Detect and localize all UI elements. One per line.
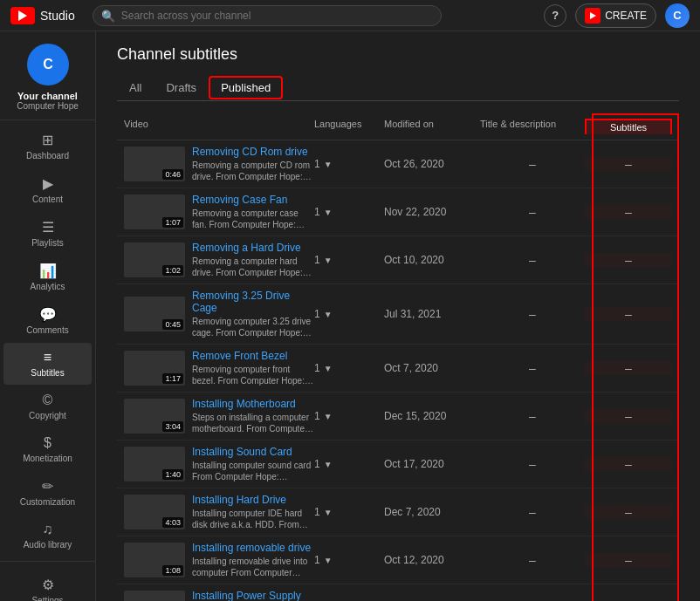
video-title[interactable]: Remove Front Bezel: [192, 350, 314, 362]
video-title[interactable]: Installing Sound Card: [192, 446, 314, 458]
subtitles-cell: –: [585, 457, 672, 471]
lang-chevron-icon: ▼: [324, 310, 333, 319]
title-desc-cell: –: [480, 409, 585, 423]
thumbnail: 4:03: [124, 495, 185, 529]
col-header-languages: Languages: [314, 119, 384, 134]
video-info: Remove Front Bezel Removing computer fro…: [192, 350, 314, 386]
help-button[interactable]: ?: [544, 4, 566, 27]
video-info: Removing 3.25 Drive Cage Removing comput…: [192, 290, 314, 338]
video-title[interactable]: Installing Hard Drive: [192, 494, 314, 506]
customization-icon: ✏: [42, 478, 53, 495]
create-button[interactable]: CREATE: [575, 3, 656, 28]
lang-count: 1: [314, 158, 320, 170]
avatar[interactable]: C: [665, 3, 690, 28]
studio-label: Studio: [40, 9, 75, 23]
sidebar-item-subtitles[interactable]: ≡ Subtitles: [3, 343, 92, 385]
video-title[interactable]: Installing Power Supply: [192, 590, 314, 601]
lang-count: 1: [314, 206, 320, 218]
thumb-duration: 4:03: [162, 517, 183, 528]
subtitles-cell: –: [585, 505, 672, 519]
content-icon: ▶: [43, 175, 53, 192]
search-input[interactable]: [93, 5, 442, 26]
sidebar-item-label: Copyright: [29, 411, 66, 420]
table-row: 4:03 Installing Hard Drive Installing co…: [117, 488, 679, 536]
comments-icon: 💬: [39, 306, 57, 323]
sidebar-item-copyright[interactable]: © Copyright: [3, 386, 92, 427]
layout: C Your channel Computer Hope ⊞ Dashboard…: [0, 31, 700, 601]
sidebar-item-label: Analytics: [30, 282, 65, 291]
lang-count: 1: [314, 506, 320, 518]
video-cell: 0:45 Removing 3.25 Drive Cage Removing c…: [124, 290, 314, 338]
video-desc: Removing computer front bezel. From Comp…: [192, 364, 314, 386]
lang-chevron-icon: ▼: [324, 460, 333, 469]
sidebar-item-audio-library[interactable]: ♫ Audio library: [3, 515, 92, 557]
playlists-icon: ☰: [42, 219, 54, 236]
tab-drafts[interactable]: Drafts: [154, 76, 209, 101]
thumb-duration: 0:45: [162, 319, 183, 330]
page-title: Channel subtitles: [117, 45, 679, 64]
video-title[interactable]: Removing a Hard Drive: [192, 242, 314, 254]
search-bar: 🔍: [93, 5, 442, 26]
thumbnail: 1:08: [124, 543, 185, 577]
sidebar-item-label: Playlists: [31, 238, 64, 248]
video-desc: Removing computer 3.25 drive cage. From …: [192, 316, 314, 338]
thumbnail: 1:07: [124, 195, 185, 229]
analytics-icon: 📊: [39, 263, 57, 279]
thumbnail: 1:40: [124, 447, 185, 481]
thumbnail: 1:02: [124, 242, 185, 277]
sidebar-item-customization[interactable]: ✏ Customization: [3, 471, 92, 514]
svg-text:C: C: [43, 57, 53, 72]
table-row: 1:31 Installing Power Supply Installing …: [117, 584, 679, 601]
video-title[interactable]: Removing 3.25 Drive Cage: [192, 290, 314, 314]
table-row: 1:40 Installing Sound Card Installing co…: [117, 441, 679, 488]
table-wrapper: Video Languages Modified on Title & desc…: [117, 113, 679, 601]
sidebar-item-label: Settings: [31, 596, 63, 601]
sidebar-item-dashboard[interactable]: ⊞ Dashboard: [3, 125, 92, 167]
date-cell: Oct 12, 2020: [384, 554, 480, 566]
table-row: 1:02 Removing a Hard Drive Removing a co…: [117, 236, 679, 284]
video-desc: Removing a computer case fan. From Compu…: [192, 208, 314, 230]
video-title[interactable]: Installing removable drive: [192, 542, 314, 554]
title-desc-cell: –: [480, 253, 585, 267]
sidebar-item-content[interactable]: ▶ Content: [3, 168, 92, 211]
table-rows: 0:46 Removing CD Rom drive Removing a co…: [117, 140, 679, 601]
video-info: Installing Hard Drive Installing compute…: [192, 494, 314, 530]
lang-cell: 1 ▼: [314, 362, 384, 374]
thumb-duration: 1:08: [162, 565, 183, 576]
lang-cell: 1 ▼: [314, 410, 384, 422]
sidebar-item-label: Comments: [26, 325, 68, 335]
audio-library-icon: ♫: [43, 522, 53, 537]
lang-cell: 1 ▼: [314, 458, 384, 470]
sidebar-item-label: Subtitles: [31, 368, 64, 378]
create-label: CREATE: [605, 10, 647, 22]
channel-avatar: C: [27, 44, 69, 85]
sidebar-item-settings[interactable]: ⚙ Settings: [3, 570, 92, 601]
tab-all[interactable]: All: [117, 76, 154, 101]
video-title[interactable]: Installing Motherboard: [192, 398, 314, 410]
title-desc-cell: –: [480, 307, 585, 321]
video-title[interactable]: Removing CD Rom drive: [192, 146, 314, 158]
sidebar-item-playlists[interactable]: ☰ Playlists: [3, 212, 92, 255]
header-right: ? CREATE C: [544, 3, 690, 28]
col-header-video: Video: [124, 119, 314, 134]
thumb-duration: 3:04: [162, 421, 183, 432]
tab-published[interactable]: Published: [209, 76, 283, 99]
thumbnail: 0:46: [124, 147, 185, 181]
lang-cell: 1 ▼: [314, 254, 384, 266]
video-cell: 3:04 Installing Motherboard Steps on ins…: [124, 398, 314, 434]
video-info: Installing Sound Card Installing compute…: [192, 446, 314, 482]
table-row: 1:17 Remove Front Bezel Removing compute…: [117, 345, 679, 393]
copyright-icon: ©: [43, 393, 53, 408]
sidebar-item-analytics[interactable]: 📊 Analytics: [3, 256, 92, 298]
lang-count: 1: [314, 362, 320, 374]
lang-chevron-icon: ▼: [324, 208, 333, 217]
sidebar: C Your channel Computer Hope ⊞ Dashboard…: [0, 31, 96, 601]
date-cell: Nov 22, 2020: [384, 206, 480, 218]
subtitles-cell: –: [585, 307, 672, 321]
sidebar-item-comments[interactable]: 💬 Comments: [3, 299, 92, 342]
sidebar-item-label: Customization: [20, 497, 75, 507]
video-cell: 0:46 Removing CD Rom drive Removing a co…: [124, 146, 314, 182]
channel-info: C Your channel Computer Hope: [0, 31, 95, 120]
sidebar-item-monetization[interactable]: $ Monetization: [3, 428, 92, 470]
video-title[interactable]: Removing Case Fan: [192, 194, 314, 206]
